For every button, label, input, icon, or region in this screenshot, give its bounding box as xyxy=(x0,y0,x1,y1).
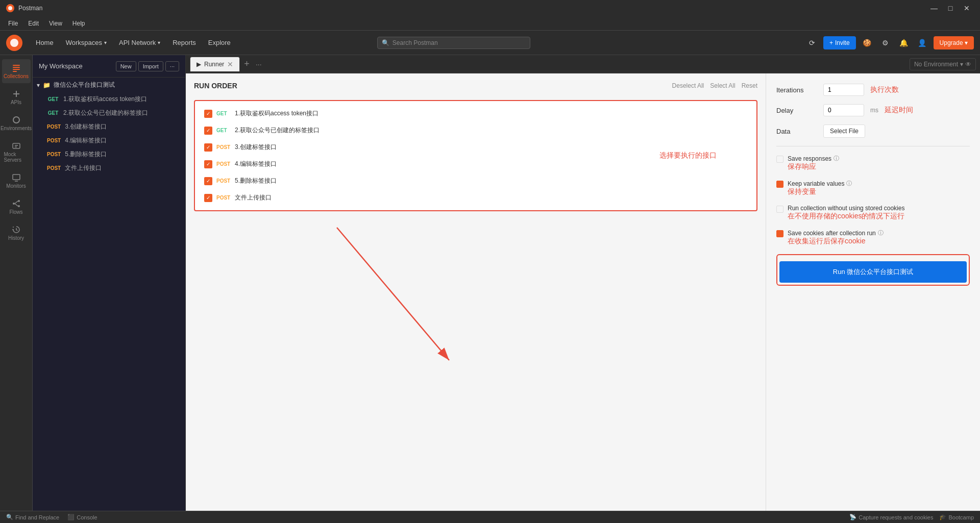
runner-request-item[interactable]: ✓ POST 文件上传接口 xyxy=(199,189,752,206)
tab-close-icon[interactable]: ✕ xyxy=(227,60,233,68)
sync-icon[interactable]: ⟳ xyxy=(805,36,819,50)
list-item[interactable]: POST 5.删除标签接口 xyxy=(33,147,185,161)
menu-view[interactable]: View xyxy=(45,19,66,28)
method-badge-post: POST xyxy=(45,165,63,171)
keep-variable-info-icon[interactable]: ⓘ xyxy=(846,180,852,187)
monitors-label: Monitors xyxy=(6,183,26,189)
titlebar-left: Postman xyxy=(6,4,42,12)
runner-request-item[interactable]: ✓ GET 2.获取公众号已创建的标签接口 xyxy=(199,122,752,139)
window-controls: — □ ✕ xyxy=(927,1,974,15)
save-responses-annotation: 保存响应 xyxy=(788,162,816,170)
request-checkbox[interactable]: ✓ xyxy=(204,177,212,185)
sidebar-item-flows[interactable]: Flows xyxy=(2,195,31,219)
save-cookies-info-icon[interactable]: ⓘ xyxy=(878,229,884,237)
request-checkbox[interactable]: ✓ xyxy=(204,194,212,202)
nav-api-network[interactable]: API Network ▾ xyxy=(114,36,165,49)
request-checkbox[interactable]: ✓ xyxy=(204,127,212,135)
runner-request-item[interactable]: ✓ POST 3.创建标签接口 xyxy=(199,139,752,156)
nav-home[interactable]: Home xyxy=(31,36,59,49)
sidebar-item-environments[interactable]: Environments xyxy=(2,111,31,135)
no-cookies-checkbox[interactable] xyxy=(776,206,783,213)
menu-file[interactable]: File xyxy=(4,19,22,28)
flows-icon xyxy=(12,199,21,208)
nav-explore[interactable]: Explore xyxy=(203,36,236,49)
capture-button[interactable]: 📡 Capture requests and cookies xyxy=(849,514,933,520)
close-button[interactable]: ✕ xyxy=(960,1,974,15)
runner-request-item[interactable]: ✓ POST 5.删除标签接口 xyxy=(199,172,752,189)
sidebar-item-mock-servers[interactable]: Mock Servers xyxy=(2,137,31,167)
notification-icon[interactable]: 🔔 xyxy=(897,36,911,50)
flows-label: Flows xyxy=(9,209,22,215)
tab-add-button[interactable]: + xyxy=(242,59,252,69)
menubar: File Edit View Help xyxy=(0,16,980,31)
collection-header[interactable]: ▾ 📁 微信公众平台接口测试 xyxy=(33,78,185,92)
request-checkbox[interactable]: ✓ xyxy=(204,160,212,168)
select-all-link[interactable]: Select All xyxy=(710,82,735,89)
minimize-button[interactable]: — xyxy=(927,1,941,15)
run-collection-button[interactable]: Run 微信公众平台接口测试 xyxy=(779,261,967,283)
delay-label: Delay xyxy=(776,107,817,114)
no-cookies-annotation: 在不使用存储的cookies的情况下运行 xyxy=(788,212,904,220)
list-item[interactable]: POST 文件上传接口 xyxy=(33,161,185,175)
list-item[interactable]: GET 2.获取公众号已创建的标签接口 xyxy=(33,106,185,120)
iterations-input[interactable] xyxy=(823,84,864,96)
import-button[interactable]: Import xyxy=(138,61,163,71)
no-cookies-label-group: Run collection without using stored cook… xyxy=(788,205,904,221)
search-placeholder: Search Postman xyxy=(393,39,438,46)
cookie-icon[interactable]: 🍪 xyxy=(860,36,874,50)
arrow-container xyxy=(194,217,757,370)
app-container: Home Workspaces ▾ API Network ▾ Reports … xyxy=(0,31,980,523)
nav-reports[interactable]: Reports xyxy=(167,36,201,49)
workspaces-chevron: ▾ xyxy=(104,40,107,45)
sidebar-item-history[interactable]: History xyxy=(2,221,31,245)
list-item[interactable]: GET 1.获取鉴权码access token接口 xyxy=(33,92,185,106)
reset-link[interactable]: Reset xyxy=(742,82,757,89)
settings-icon[interactable]: ⚙ xyxy=(878,36,893,50)
more-options-button[interactable]: ··· xyxy=(165,61,179,71)
deselect-all-link[interactable]: Deselect All xyxy=(672,82,704,89)
new-button[interactable]: New xyxy=(116,61,136,71)
keep-variable-annotation: 保持变量 xyxy=(788,187,816,195)
upgrade-button[interactable]: Upgrade ▾ xyxy=(934,36,974,49)
keep-variable-row: Keep variable values ⓘ 保持变量 xyxy=(776,180,970,196)
environment-selector[interactable]: No Environment ▾ 👁 xyxy=(910,58,976,70)
menu-help[interactable]: Help xyxy=(68,19,89,28)
runner-request-item[interactable]: ✓ GET 1.获取鉴权码access token接口 xyxy=(199,105,752,122)
request-checkbox[interactable]: ✓ xyxy=(204,110,212,118)
maximize-button[interactable]: □ xyxy=(943,1,958,15)
bootcamp-button[interactable]: 🎓 Bootcamp xyxy=(939,514,974,520)
run-order-actions: Deselect All Select All Reset xyxy=(672,82,757,89)
list-item[interactable]: POST 4.编辑标签接口 xyxy=(33,134,185,147)
save-cookies-checkbox[interactable] xyxy=(776,230,783,237)
env-selector-chevron: ▾ xyxy=(960,61,963,68)
tab-more-button[interactable]: ··· xyxy=(254,60,264,68)
nav-workspaces[interactable]: Workspaces ▾ xyxy=(61,36,112,49)
list-item[interactable]: POST 3.创建标签接口 xyxy=(33,120,185,134)
keep-variable-label: Keep variable values xyxy=(788,180,844,187)
apis-label: APIs xyxy=(11,99,21,105)
save-responses-info-icon[interactable]: ⓘ xyxy=(834,155,839,162)
no-cookies-row: Run collection without using stored cook… xyxy=(776,205,970,221)
console-button[interactable]: ⬛ Console xyxy=(67,514,97,520)
sidebar-item-apis[interactable]: APIs xyxy=(2,85,31,109)
request-checkbox[interactable]: ✓ xyxy=(204,143,212,152)
avatar-icon[interactable]: 👤 xyxy=(915,36,929,50)
data-label: Data xyxy=(776,128,817,135)
save-responses-checkbox[interactable] xyxy=(776,156,783,163)
select-file-button[interactable]: Select File xyxy=(823,124,865,138)
iterations-annotation: 执行次数 xyxy=(870,85,899,94)
keep-variable-label-group: Keep variable values ⓘ 保持变量 xyxy=(788,180,852,196)
sidebar-item-collections[interactable]: Collections xyxy=(2,59,31,83)
find-replace-button[interactable]: 🔍 Find and Replace xyxy=(6,514,59,520)
menu-edit[interactable]: Edit xyxy=(24,19,43,28)
request-method: GET xyxy=(216,111,231,116)
keep-variable-checkbox[interactable] xyxy=(776,181,783,188)
runner-request-item[interactable]: ✓ POST 4.编辑标签接口 xyxy=(199,156,752,172)
runner-tab[interactable]: ▶ Runner ✕ xyxy=(190,57,240,71)
env-selector-eye-icon[interactable]: 👁 xyxy=(965,61,971,68)
invite-button[interactable]: + Invite xyxy=(823,36,856,49)
sidebar-item-monitors[interactable]: Monitors xyxy=(2,169,31,193)
delay-input[interactable] xyxy=(823,104,864,116)
titlebar: Postman — □ ✕ xyxy=(0,0,980,16)
search-bar[interactable]: 🔍 Search Postman xyxy=(377,37,530,49)
